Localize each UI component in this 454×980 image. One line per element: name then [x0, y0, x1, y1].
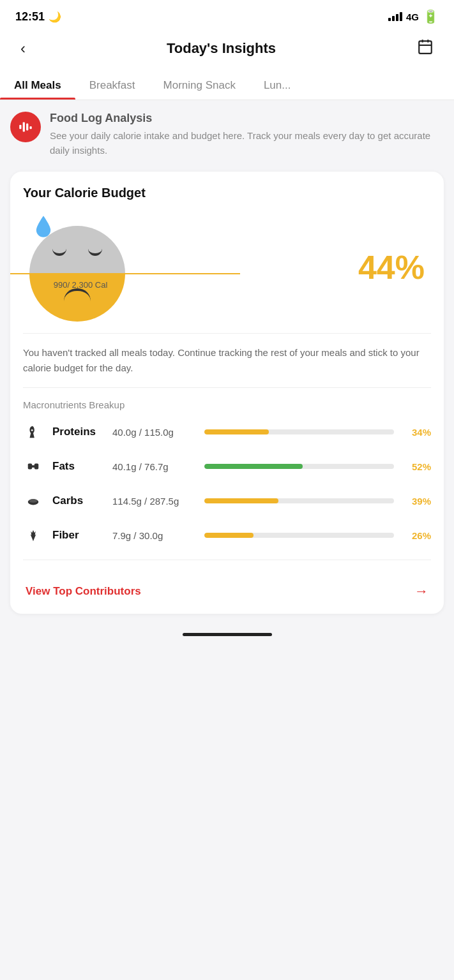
fiber-bar [204, 533, 394, 538]
face-mouth [29, 288, 125, 301]
svg-rect-0 [419, 41, 432, 54]
proteins-values: 40.0g / 115.0g [112, 427, 195, 438]
carbs-percent: 39% [403, 496, 431, 507]
budget-title: Your Calorie Budget [23, 186, 431, 200]
fats-values: 40.1g / 76.7g [112, 461, 195, 472]
carbs-icon [23, 491, 43, 511]
food-log-banner: Food Log Analysis See your daily calorie… [10, 112, 444, 158]
macros-title: Macronutrients Breakup [23, 399, 431, 410]
food-log-text: Food Log Analysis See your daily calorie… [50, 112, 444, 158]
header: ‹ Today's Insights [0, 29, 454, 70]
proteins-icon [23, 422, 43, 442]
signal-icon [388, 12, 402, 21]
carbs-bar [204, 498, 394, 503]
calorie-emoji: 990/ 2,300 Cal [23, 213, 132, 322]
food-log-title: Food Log Analysis [50, 112, 444, 125]
proteins-label: Proteins [52, 426, 103, 438]
svg-point-13 [29, 499, 38, 503]
fats-icon [23, 456, 43, 477]
home-indicator [0, 625, 454, 641]
percent-value: 44% [358, 249, 425, 286]
carbs-values: 114.5g / 287.5g [112, 496, 195, 507]
view-contributors-button[interactable]: View Top Contributors → [23, 572, 431, 614]
back-button[interactable]: ‹ [15, 37, 31, 60]
divider-1 [23, 333, 431, 334]
tab-all-meals[interactable]: All Meals [0, 70, 75, 100]
macro-row-carbs: Carbs 114.5g / 287.5g 39% [23, 491, 431, 511]
fiber-icon [23, 525, 43, 546]
carbs-label: Carbs [52, 494, 103, 507]
food-log-description: See your daily calorie intake and budget… [50, 129, 444, 158]
svg-rect-7 [30, 126, 32, 129]
tab-lunch[interactable]: Lun... [250, 70, 305, 100]
home-bar [183, 633, 272, 636]
network-label: 4G [406, 11, 419, 22]
moon-icon: 🌙 [49, 11, 61, 23]
proteins-percent: 34% [403, 427, 431, 438]
calendar-button[interactable] [412, 36, 439, 61]
calorie-budget-card: Your Calorie Budget [10, 172, 444, 614]
status-icons: 4G 🔋 [388, 9, 439, 24]
svg-rect-11 [31, 465, 35, 468]
tab-breakfast[interactable]: Breakfast [75, 70, 149, 100]
fiber-values: 7.9g / 30.0g [112, 530, 195, 541]
calorie-line [10, 273, 240, 274]
calorie-display-label: 990/ 2,300 Cal [17, 280, 144, 290]
arrow-right-icon: → [414, 583, 428, 600]
svg-rect-5 [23, 122, 25, 131]
svg-rect-6 [26, 124, 28, 131]
status-bar: 12:51 🌙 4G 🔋 [0, 0, 454, 29]
macro-row-fiber: Fiber 7.9g / 30.0g 26% [23, 525, 431, 546]
main-content: Food Log Analysis See your daily calorie… [0, 100, 454, 625]
tabs-bar: All Meals Breakfast Morning Snack Lun... [0, 70, 454, 100]
battery-icon: 🔋 [423, 9, 439, 24]
divider-3 [23, 560, 431, 560]
proteins-bar [204, 429, 394, 434]
fats-label: Fats [52, 460, 103, 473]
svg-point-8 [31, 429, 33, 431]
food-log-icon [10, 112, 41, 142]
page-title: Today's Insights [167, 40, 276, 57]
divider-2 [23, 387, 431, 388]
fats-percent: 52% [403, 461, 431, 472]
view-contributors-label: View Top Contributors [26, 585, 141, 598]
calorie-percentage: 44% [358, 248, 431, 286]
macro-row-proteins: Proteins 40.0g / 115.0g 34% [23, 422, 431, 442]
water-drop-icon [34, 214, 52, 241]
svg-rect-4 [19, 125, 21, 130]
tab-morning-snack[interactable]: Morning Snack [149, 70, 250, 100]
face-eyes [29, 248, 125, 256]
budget-message: You haven't tracked all meals today. Con… [23, 345, 431, 376]
calorie-row: 990/ 2,300 Cal 44% [23, 213, 431, 322]
fiber-label: Fiber [52, 529, 103, 542]
macro-row-fats: Fats 40.1g / 76.7g 52% [23, 456, 431, 477]
fats-bar [204, 464, 394, 469]
fiber-percent: 26% [403, 530, 431, 541]
status-time: 12:51 [15, 10, 45, 24]
